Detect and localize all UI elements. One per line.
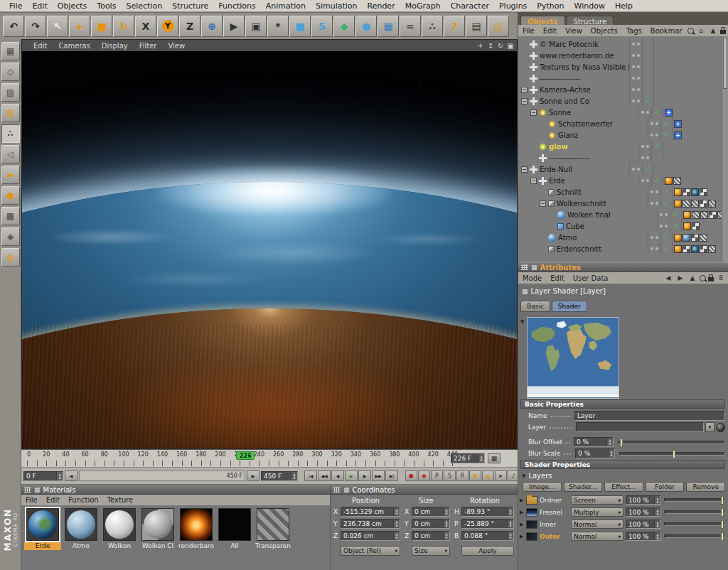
attributes-menu-user-data[interactable]: User Data (569, 274, 613, 282)
tab-shader[interactable]: Shader (552, 301, 587, 312)
toolbar-scale-tool-button[interactable]: ■ (91, 16, 112, 37)
history-icon[interactable]: 8 (716, 273, 726, 283)
panel-grip-icon[interactable] (521, 264, 528, 270)
range-start-stepper-icon[interactable]: ▲▼ (56, 472, 63, 480)
stepper-icon[interactable]: ▲▼ (507, 532, 513, 540)
layer-opacity-field[interactable]: 100 %▲▼ (626, 495, 661, 505)
size-field[interactable]: 0 cm▲▼ (412, 519, 450, 529)
slider-knob[interactable] (620, 439, 623, 447)
slider-knob[interactable] (721, 508, 724, 517)
tree-row[interactable]: Wolken final✓ (518, 209, 728, 220)
menu-window[interactable]: Window (569, 1, 610, 11)
objects-menu-bookmar[interactable]: Bookmar (646, 27, 687, 35)
menu-file[interactable]: File (4, 1, 27, 11)
viewport-menu-view[interactable]: View (162, 42, 191, 50)
size-field[interactable]: 0 cm▲▼ (412, 507, 450, 517)
enabled-check-icon[interactable]: ✓ (673, 210, 678, 218)
menu-edit[interactable]: Edit (27, 1, 52, 11)
rotate-view-icon[interactable]: ↻ (496, 42, 505, 50)
stepper-icon[interactable]: ▲▼ (654, 496, 660, 504)
menu-render[interactable]: Render (363, 1, 400, 11)
up-icon[interactable]: ▲ (708, 26, 718, 36)
blur-scale-stepper-icon[interactable]: ▲▼ (608, 449, 614, 458)
size-mode-dropdown[interactable]: Size ▼ (412, 546, 450, 556)
tree-row[interactable]: Atmo✓ (518, 232, 728, 243)
menu-functions[interactable]: Functions (213, 1, 261, 11)
rotation-field[interactable]: -89.93 °▲▼ (461, 507, 514, 517)
enabled-check-icon[interactable]: ✓ (673, 222, 678, 230)
toolbar-target-button[interactable]: ◎ (488, 16, 509, 37)
target-tag-icon[interactable]: + (674, 120, 682, 128)
target-tag-icon[interactable]: + (665, 109, 673, 117)
shader-preview[interactable] (527, 317, 619, 399)
enabled-check-icon[interactable]: ✓ (654, 176, 660, 184)
editor-visibility-dot[interactable] (632, 100, 635, 102)
menu-simulation[interactable]: Simulation (311, 1, 363, 11)
editor-visibility-dot[interactable] (651, 236, 653, 239)
tree-row[interactable]: Cube✓ (518, 220, 728, 232)
enabled-check-icon[interactable]: ✓ (663, 119, 669, 127)
checker-tag-icon[interactable] (691, 234, 699, 242)
object-tree-scrollbar[interactable] (722, 36, 728, 262)
editor-visibility-dot[interactable] (632, 54, 635, 57)
hatch-tag-icon[interactable] (682, 200, 690, 208)
editor-visibility-dot[interactable] (632, 77, 635, 80)
toolbar-live-selection-button[interactable]: ↖ (47, 16, 68, 37)
objects-menu-edit[interactable]: Edit (539, 27, 561, 35)
record-scale-button[interactable]: S (444, 470, 456, 481)
render-visibility-dot[interactable] (655, 134, 658, 136)
toggle-view-icon[interactable]: ▣ (505, 42, 515, 50)
stepper-icon[interactable]: ▲▼ (393, 532, 400, 540)
earth-tag-icon[interactable] (691, 245, 699, 253)
range-scroll-left-button[interactable]: ◀ (65, 470, 77, 481)
toolbar-coordinate-system-button[interactable]: ⊕ (201, 16, 223, 37)
hatch-tag-icon[interactable] (708, 245, 716, 253)
layer-image-button[interactable]: Image... (523, 482, 562, 492)
checker-tag-icon[interactable] (709, 211, 717, 219)
panel-grip-icon[interactable] (333, 487, 341, 493)
render-visibility-dot[interactable] (646, 179, 649, 182)
toolbar-primitive-cube-button[interactable]: ■ (289, 16, 311, 37)
render-visibility-dot[interactable] (655, 236, 658, 239)
blur-scale-slider[interactable] (619, 452, 725, 456)
tree-row[interactable]: −Erde-Null✓ (518, 163, 728, 175)
stepper-icon[interactable]: ▲▼ (443, 532, 449, 540)
render-visibility-dot[interactable] (637, 168, 640, 171)
goto-end-button[interactable]: ▶| (385, 470, 398, 481)
toolbar-array-object-button[interactable]: ◆ (333, 16, 355, 37)
toolbar-lock-z-axis-button[interactable]: Z (179, 16, 200, 37)
expander-icon[interactable]: − (540, 200, 546, 207)
sphere-orange-tag-icon[interactable] (674, 188, 682, 196)
shader-layer-row[interactable]: ▶InnerNormal▼100 %▲▼ (520, 518, 725, 530)
expander-icon[interactable]: − (521, 87, 528, 93)
layer-opacity-field[interactable]: 100 %▲▼ (626, 532, 661, 541)
layer-expander-icon[interactable]: ▶ (520, 510, 526, 515)
enabled-check-icon[interactable]: ✓ (654, 142, 660, 150)
current-frame-marker[interactable]: 226 (236, 451, 255, 460)
dolly-view-icon[interactable]: ↕ (486, 42, 496, 50)
material-item[interactable]: Atmo (63, 508, 100, 550)
editor-visibility-dot[interactable] (632, 43, 635, 45)
up-hierarchy-icon[interactable]: ▲ (687, 273, 697, 283)
search-icon[interactable] (700, 275, 706, 281)
previous-object-icon[interactable]: ◀ (663, 273, 673, 283)
expander-icon[interactable]: − (521, 166, 528, 173)
hatch-tag-icon[interactable] (708, 200, 716, 208)
toolbar-undo-button[interactable]: ↶ (3, 16, 24, 37)
editor-visibility-dot[interactable] (641, 145, 644, 148)
current-frame-field[interactable]: 226 F ▲▼ (451, 453, 485, 463)
size-field[interactable]: 0 cm▲▼ (412, 531, 450, 541)
blend-mode-dropdown[interactable]: Multiply▼ (571, 507, 623, 517)
viewport-menu-edit[interactable]: Edit (28, 42, 53, 50)
toolbar-lock-y-axis-button[interactable]: Y (157, 16, 178, 37)
editor-visibility-dot[interactable] (651, 202, 653, 205)
checker-tag-icon[interactable] (692, 222, 700, 230)
editor-visibility-dot[interactable] (651, 134, 653, 136)
goto-start-button[interactable]: |◀ (304, 470, 317, 481)
editor-visibility-dot[interactable] (651, 190, 653, 193)
apply-button[interactable]: Apply (461, 546, 514, 556)
lock-icon[interactable] (720, 30, 726, 34)
render-visibility-dot[interactable] (655, 190, 658, 193)
range-start-field[interactable]: 0 F ▲▼ (23, 471, 63, 481)
viewport-menu-display[interactable]: Display (96, 42, 134, 50)
